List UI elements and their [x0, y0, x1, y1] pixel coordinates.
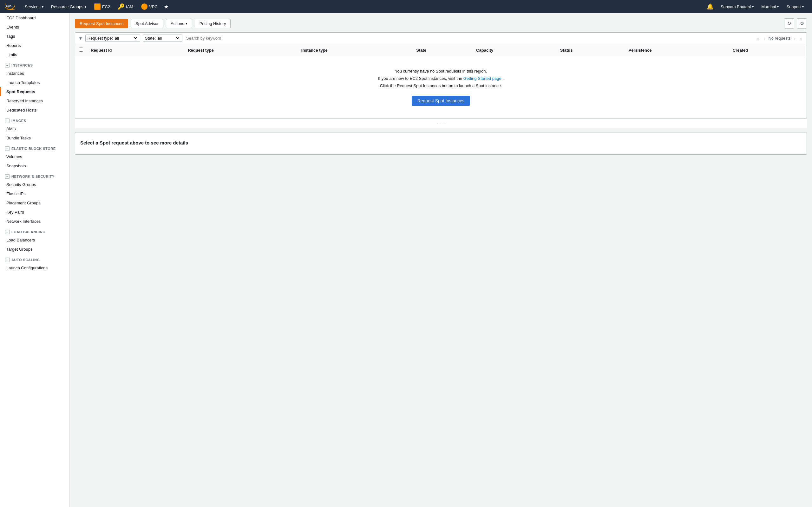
- table-header-request-type[interactable]: Request type: [184, 44, 298, 56]
- nav-resource-groups-label: Resource Groups: [51, 4, 84, 9]
- collapse-lb-icon: –: [5, 230, 9, 234]
- table-header-instance-type[interactable]: Instance type: [298, 44, 412, 56]
- sidebar-item-elastic-ips[interactable]: Elastic IPs: [0, 189, 69, 199]
- table-header-capacity[interactable]: Capacity: [472, 44, 556, 56]
- table-header-created[interactable]: Created: [729, 44, 807, 56]
- sidebar-section-ebs[interactable]: – ELASTIC BLOCK STORE: [0, 143, 69, 152]
- sidebar-item-amis[interactable]: AMIs: [0, 124, 69, 133]
- divider-dots: · · ·: [75, 119, 807, 128]
- request-spot-instances-button[interactable]: Request Spot Instances: [75, 19, 128, 28]
- sidebar-item-instances[interactable]: Instances: [0, 69, 69, 78]
- filter-icon: ▼: [78, 36, 83, 41]
- aws-logo[interactable]: aws: [5, 2, 18, 11]
- pagination-prev-btn[interactable]: ‹: [763, 35, 767, 42]
- nav-support-label: Support: [786, 4, 801, 9]
- pagination-first-btn[interactable]: «: [756, 35, 761, 42]
- sidebar-item-volumes[interactable]: Volumes: [0, 152, 69, 161]
- request-type-label: Request type:: [88, 36, 113, 41]
- sidebar-item-placement-groups[interactable]: Placement Groups: [0, 199, 69, 208]
- nav-bell-icon[interactable]: 🔔: [704, 3, 716, 10]
- table-header-status[interactable]: Status: [556, 44, 625, 56]
- nav-iam[interactable]: 🔑 IAM: [114, 0, 136, 13]
- empty-state-line2-text: If you are new to EC2 Spot instances, vi…: [378, 76, 463, 81]
- sidebar-item-target-groups[interactable]: Target Groups: [0, 245, 69, 254]
- sidebar-item-reserved-instances[interactable]: Reserved Instances: [0, 96, 69, 106]
- table-header-state[interactable]: State: [412, 44, 472, 56]
- empty-state-line2: If you are new to EC2 Spot instances, vi…: [82, 76, 800, 81]
- nav-ec2[interactable]: 🟧 EC2: [91, 0, 113, 13]
- table-header-row: Request Id Request type Instance type St…: [75, 44, 807, 56]
- sidebar-item-launch-configurations[interactable]: Launch Configurations: [0, 263, 69, 273]
- sidebar-item-limits[interactable]: Limits: [0, 50, 69, 59]
- collapse-network-icon: –: [5, 174, 9, 179]
- filter-bar: ▼ Request type: all one-time persistent …: [75, 33, 807, 44]
- sidebar-item-snapshots[interactable]: Snapshots: [0, 161, 69, 170]
- table-header-persistence[interactable]: Persistence: [625, 44, 729, 56]
- nav-vpc-label: VPC: [149, 4, 158, 9]
- sidebar-item-launch-templates[interactable]: Launch Templates: [0, 78, 69, 87]
- pagination-text: No requests: [768, 36, 791, 41]
- empty-state-line3: Click the Request Spot Instances button …: [82, 83, 800, 88]
- empty-state-request-button[interactable]: Request Spot Instances: [412, 96, 470, 106]
- nav-resource-groups[interactable]: Resource Groups ▾: [48, 0, 90, 13]
- top-navigation: aws Services ▾ Resource Groups ▾ 🟧 EC2 🔑…: [0, 0, 812, 13]
- nav-resource-groups-chevron: ▾: [85, 5, 86, 9]
- sidebar-item-load-balancers[interactable]: Load Balancers: [0, 235, 69, 245]
- nav-support-chevron: ▾: [802, 5, 804, 9]
- state-label: State:: [145, 36, 156, 41]
- actions-button[interactable]: Actions: [166, 19, 192, 28]
- sidebar-item-dedicated-hosts[interactable]: Dedicated Hosts: [0, 106, 69, 115]
- nav-region-label: Mumbai: [761, 4, 776, 9]
- search-input[interactable]: [185, 35, 753, 41]
- sidebar-item-tags[interactable]: Tags: [0, 32, 69, 41]
- state-select[interactable]: all open active closed cancelled failed: [156, 36, 180, 41]
- nav-iam-label: IAM: [126, 4, 133, 9]
- sidebar-section-network-security[interactable]: – NETWORK & SECURITY: [0, 170, 69, 180]
- pagination: « ‹ No requests › »: [756, 35, 803, 42]
- sidebar-section-load-balancing[interactable]: – LOAD BALANCING: [0, 226, 69, 235]
- pagination-last-btn[interactable]: »: [798, 35, 803, 42]
- sidebar-item-network-interfaces[interactable]: Network Interfaces: [0, 217, 69, 226]
- nav-services[interactable]: Services ▾: [21, 0, 47, 13]
- nav-favorites-star[interactable]: ★: [162, 4, 170, 10]
- sidebar: EC2 Dashboard Events Tags Reports Limits…: [0, 13, 70, 507]
- nav-services-chevron: ▾: [42, 5, 44, 9]
- collapse-instances-icon: –: [5, 63, 9, 67]
- detail-panel-title: Select a Spot request above to see more …: [80, 140, 802, 146]
- select-all-checkbox[interactable]: [79, 48, 83, 52]
- sidebar-item-reports[interactable]: Reports: [0, 41, 69, 50]
- spot-advisor-button[interactable]: Spot Advisor: [131, 19, 163, 28]
- nav-support[interactable]: Support ▾: [783, 0, 807, 13]
- sidebar-item-security-groups[interactable]: Security Groups: [0, 180, 69, 189]
- request-type-select[interactable]: all one-time persistent: [113, 36, 138, 41]
- main-content: Request Spot Instances Spot Advisor Acti…: [70, 13, 812, 507]
- nav-user[interactable]: Sanyam Bhutani ▾: [717, 0, 757, 13]
- sidebar-item-spot-requests[interactable]: Spot Requests: [0, 87, 69, 96]
- table-header-checkbox: [75, 44, 87, 56]
- sidebar-section-images[interactable]: – IMAGES: [0, 115, 69, 124]
- collapse-autoscaling-icon: –: [5, 258, 9, 262]
- request-type-dropdown[interactable]: Request type: all one-time persistent: [85, 35, 140, 42]
- pricing-history-button[interactable]: Pricing History: [195, 19, 231, 28]
- pagination-next-btn[interactable]: ›: [793, 35, 797, 42]
- sidebar-item-bundle-tasks[interactable]: Bundle Tasks: [0, 133, 69, 143]
- gear-icon: ⚙: [800, 20, 804, 26]
- sidebar-item-ec2-dashboard[interactable]: EC2 Dashboard: [0, 13, 69, 22]
- getting-started-link[interactable]: Getting Started page: [463, 76, 502, 81]
- sidebar-item-key-pairs[interactable]: Key Pairs: [0, 208, 69, 217]
- nav-region[interactable]: Mumbai ▾: [758, 0, 782, 13]
- empty-state: You currently have no Spot requests in t…: [75, 56, 807, 118]
- detail-panel: Select a Spot request above to see more …: [75, 132, 807, 155]
- state-dropdown[interactable]: State: all open active closed cancelled …: [143, 35, 183, 42]
- nav-region-chevron: ▾: [777, 5, 779, 9]
- nav-vpc[interactable]: 🟠 VPC: [138, 0, 161, 13]
- table-header-request-id[interactable]: Request Id: [87, 44, 184, 56]
- settings-button[interactable]: ⚙: [797, 18, 807, 29]
- sidebar-item-events[interactable]: Events: [0, 22, 69, 32]
- empty-state-line2-end: .: [502, 76, 504, 81]
- collapse-images-icon: –: [5, 118, 9, 123]
- iam-icon: 🔑: [118, 3, 125, 10]
- refresh-button[interactable]: ↻: [784, 18, 794, 29]
- sidebar-section-instances[interactable]: – INSTANCES: [0, 59, 69, 69]
- sidebar-section-auto-scaling[interactable]: – AUTO SCALING: [0, 254, 69, 263]
